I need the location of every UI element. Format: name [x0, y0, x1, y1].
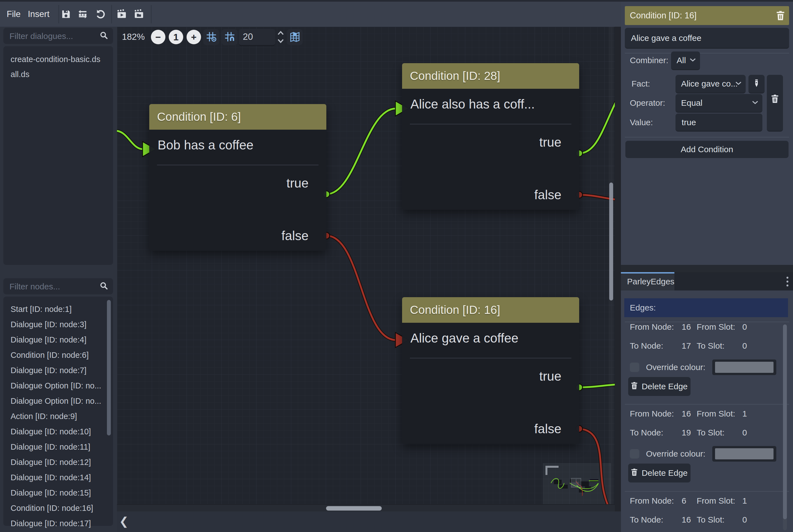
node-list-item[interactable]: Action [ID: node:9] — [11, 409, 102, 423]
fact-dropdown[interactable]: Alice gave co... — [676, 75, 746, 94]
inspector-panel: Condition [ID: 16] Combiner: All Fact: A… — [621, 2, 793, 532]
edges-header[interactable]: Edges: — [624, 298, 788, 317]
condition-name-input[interactable] — [630, 28, 785, 49]
override-colour-label: Override colour: — [646, 448, 705, 459]
edit-fact-button[interactable] — [749, 75, 764, 94]
edge-from-row: From Node: 16 From Slot: 1 — [621, 408, 777, 419]
menu-file[interactable]: File — [7, 2, 21, 27]
node-fact-text: Bob has a coffee — [158, 137, 321, 152]
grid-size-value: 20 — [243, 29, 253, 44]
add-condition-button[interactable]: Add Condition — [625, 141, 789, 158]
save-icon — [61, 9, 71, 19]
dialogue-file-item[interactable]: all.ds — [11, 67, 102, 81]
dock-divider — [621, 265, 793, 272]
node-list-item[interactable]: Condition [ID: node:6] — [11, 348, 102, 362]
graph-node-condition-6[interactable]: Condition [ID: 6] Bob has a coffee true … — [149, 104, 326, 251]
to-node-label: To Node: — [630, 514, 663, 525]
dialogues-filter-input[interactable] — [9, 28, 94, 44]
node-list-item[interactable]: Dialogue Option [ID: no... — [11, 379, 102, 393]
canvas-vertical-scrollbar[interactable] — [609, 27, 614, 511]
delete-edge-button[interactable]: Delete Edge — [628, 463, 690, 482]
scrollbar-thumb[interactable] — [783, 324, 787, 519]
scrollbar-thumb[interactable] — [326, 506, 382, 511]
clapperboard-play-icon — [116, 9, 127, 19]
fact-value: Alice gave co... — [681, 75, 738, 93]
from-slot-value: 0 — [742, 321, 747, 332]
to-slot-label: To Slot: — [697, 340, 724, 352]
zoom-in-button[interactable]: + — [187, 30, 201, 44]
edge-to-row: To Node: 19 To Slot: 0 — [621, 427, 777, 438]
node-title[interactable]: Condition [ID: 16] — [402, 297, 579, 323]
override-colour-swatch[interactable] — [712, 446, 776, 462]
node-list-item[interactable]: Start [ID: node:1] — [11, 302, 102, 316]
zoom-reset-button[interactable]: 1 — [169, 30, 183, 44]
override-colour-checkbox[interactable] — [630, 363, 639, 372]
scrollbar-thumb[interactable] — [609, 183, 613, 301]
edges-header-label: Edges: — [630, 298, 656, 317]
node-list-item[interactable]: Dialogue [ID: node:15] — [11, 486, 102, 500]
save-button[interactable] — [59, 7, 73, 21]
collapse-sidebar-button[interactable]: ❮ — [119, 515, 129, 528]
dock-menu-icon[interactable] — [786, 276, 789, 288]
nodes-list-scrollbar[interactable] — [107, 300, 111, 435]
nodes-filter-input[interactable] — [9, 278, 94, 295]
from-node-label: From Node: — [630, 321, 674, 332]
test-dialogue-button[interactable] — [115, 7, 129, 21]
node-list-item[interactable]: Dialogue [ID: node:14] — [11, 471, 102, 484]
zoom-level-label: 182% — [122, 32, 145, 42]
new-dialogue-button[interactable] — [132, 7, 146, 21]
divider — [625, 491, 789, 492]
delete-node-button[interactable] — [776, 11, 785, 22]
node-list-item[interactable]: Dialogue [ID: node:17] — [11, 516, 102, 530]
value-field[interactable] — [676, 114, 762, 132]
zoom-out-button[interactable]: − — [151, 30, 165, 44]
node-list-item[interactable]: Dialogue [ID: node:11] — [11, 440, 102, 454]
operator-dropdown[interactable]: Equal — [676, 94, 762, 113]
toolbar-separator — [151, 5, 151, 23]
import-export-button[interactable] — [76, 7, 90, 21]
nodes-list: Start [ID: node:1] Dialogue [ID: node:3]… — [3, 297, 113, 526]
graph-node-condition-28[interactable]: Condition [ID: 28] Alice also has a coff… — [402, 63, 579, 210]
override-colour-swatch[interactable] — [712, 360, 776, 375]
minimap-viewport[interactable] — [571, 478, 581, 488]
node-divider — [157, 165, 318, 165]
divider — [625, 137, 789, 137]
delete-edge-button[interactable]: Delete Edge — [628, 377, 690, 396]
snap-to-grid-button[interactable] — [222, 29, 238, 45]
node-list-item[interactable]: Dialogue [ID: node:7] — [11, 363, 102, 377]
undo-button[interactable] — [94, 7, 108, 21]
node-list-item[interactable]: Dialogue [ID: node:4] — [11, 333, 102, 347]
delete-condition-row-button[interactable] — [767, 75, 783, 132]
toggle-grid-button[interactable] — [203, 29, 219, 45]
spin-down-icon[interactable] — [278, 39, 283, 42]
minimap[interactable] — [543, 463, 611, 508]
graph-canvas[interactable]: Condition [ID: 6] Bob has a coffee true … — [117, 27, 615, 511]
trash-icon — [631, 382, 638, 392]
node-list-item[interactable]: Dialogue Option [ID: no... — [11, 394, 102, 408]
node-title[interactable]: Condition [ID: 6] — [149, 104, 326, 130]
inspector-title: Condition [ID: 16] — [630, 6, 697, 25]
spin-up-icon[interactable] — [278, 32, 283, 35]
chevron-down-icon — [689, 58, 696, 63]
node-slot-false-label: false — [534, 186, 561, 203]
to-node-value: 17 — [682, 340, 691, 352]
node-list-item[interactable]: Dialogue [ID: node:10] — [11, 424, 102, 438]
node-list-item[interactable]: Dialogue [ID: node:3] — [11, 318, 102, 331]
edges-list-scrollbar[interactable] — [783, 324, 787, 530]
menu-insert[interactable]: Insert — [28, 2, 50, 27]
chevron-down-icon — [735, 81, 742, 86]
node-list-item[interactable]: Condition [ID: node:16] — [11, 501, 102, 515]
tab-parley-edges[interactable]: ParleyEdges — [621, 272, 675, 290]
canvas-horizontal-scrollbar[interactable] — [117, 504, 615, 511]
dialogue-file-item[interactable]: create-condition-basic.ds — [11, 52, 102, 66]
condition-name-field[interactable] — [625, 28, 789, 49]
value-input[interactable] — [681, 114, 758, 131]
toggle-minimap-button[interactable] — [287, 29, 303, 45]
graph-node-condition-16[interactable]: Condition [ID: 16] Alice gave a coffee t… — [402, 297, 579, 444]
combiner-dropdown[interactable]: All — [671, 52, 700, 70]
override-colour-checkbox[interactable] — [630, 449, 639, 458]
node-list-item[interactable]: Dialogue [ID: node:12] — [11, 455, 102, 469]
node-title[interactable]: Condition [ID: 28] — [402, 63, 579, 89]
grid-size-spinbox[interactable]: 20 — [239, 29, 275, 46]
operator-value: Equal — [681, 94, 702, 112]
